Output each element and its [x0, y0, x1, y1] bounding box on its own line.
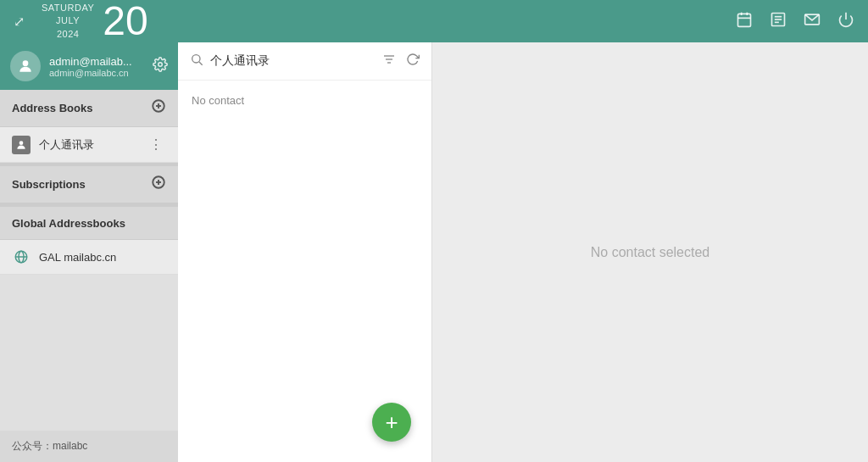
svg-point-22	[192, 55, 200, 63]
global-addressbooks-label: Global Addressbooks	[12, 217, 125, 230]
add-address-book-button[interactable]	[151, 98, 166, 118]
gal-item[interactable]: GAL mailabc.cn	[0, 240, 178, 275]
sidebar: admin@mailab... admin@mailabc.cn Address…	[0, 42, 178, 462]
address-book-item-menu[interactable]: ⋮	[146, 135, 166, 154]
address-book-item-icon	[12, 136, 31, 154]
sort-icon[interactable]	[382, 53, 396, 70]
mail-icon[interactable]	[804, 11, 821, 32]
date-text: SATURDAY JULY 2024	[42, 2, 94, 41]
address-book-item-personal[interactable]: 个人通讯录 ⋮	[0, 127, 178, 163]
main-content: admin@mailab... admin@mailabc.cn Address…	[0, 42, 868, 462]
gal-item-label: GAL mailabc.cn	[39, 251, 166, 264]
subscriptions-header: Subscriptions	[0, 163, 178, 203]
user-email: admin@mailabc.cn	[49, 68, 132, 78]
svg-point-11	[159, 63, 163, 67]
refresh-icon[interactable]	[406, 53, 420, 70]
expand-icon[interactable]: ⤢	[14, 14, 25, 30]
user-details: admin@mailab... admin@mailabc.cn	[49, 55, 132, 78]
news-icon[interactable]	[770, 11, 787, 32]
weekday-label: SATURDAY	[42, 2, 94, 14]
footer-text: 公众号：mailabc	[12, 440, 87, 452]
svg-line-23	[199, 62, 203, 65]
month-label: JULY	[42, 14, 94, 27]
header-right	[736, 11, 854, 32]
calendar-icon[interactable]	[736, 11, 753, 32]
avatar	[10, 51, 41, 81]
user-info: admin@mailab... admin@mailabc.cn	[10, 51, 132, 81]
search-icon	[190, 53, 203, 70]
globe-icon	[12, 248, 31, 266]
user-name: admin@mailab...	[49, 55, 132, 68]
svg-point-15	[19, 141, 24, 145]
sidebar-footer: 公众号：mailabc	[0, 431, 178, 462]
add-contact-button[interactable]: +	[372, 403, 411, 442]
subscriptions-label: Subscriptions	[12, 178, 86, 191]
contact-list-panel: 个人通讯录 No contact +	[178, 42, 432, 462]
year-label: 2024	[42, 28, 94, 41]
date-section: SATURDAY JULY 2024 20	[42, 1, 148, 42]
address-books-label: Address Books	[12, 102, 92, 114]
contact-search-bar: 个人通讯录	[178, 42, 431, 81]
day-number: 20	[103, 1, 147, 42]
no-contact-text: No contact	[178, 81, 431, 120]
user-area: admin@mailab... admin@mailabc.cn	[0, 42, 178, 90]
detail-panel: No contact selected	[432, 42, 868, 462]
gear-icon[interactable]	[153, 57, 168, 75]
add-subscription-button[interactable]	[151, 175, 166, 194]
global-addressbooks-header: Global Addressbooks	[0, 203, 178, 240]
top-header: ⤢ SATURDAY JULY 2024 20	[0, 0, 868, 42]
header-left: ⤢ SATURDAY JULY 2024 20	[14, 1, 148, 42]
power-icon[interactable]	[837, 11, 854, 32]
svg-point-10	[23, 60, 29, 66]
address-book-item-label: 个人通讯录	[39, 137, 137, 153]
address-books-header: Address Books	[0, 90, 178, 127]
contact-search-label: 个人通讯录	[210, 53, 369, 69]
svg-rect-0	[738, 14, 751, 26]
no-contact-selected-label: No contact selected	[591, 245, 710, 260]
